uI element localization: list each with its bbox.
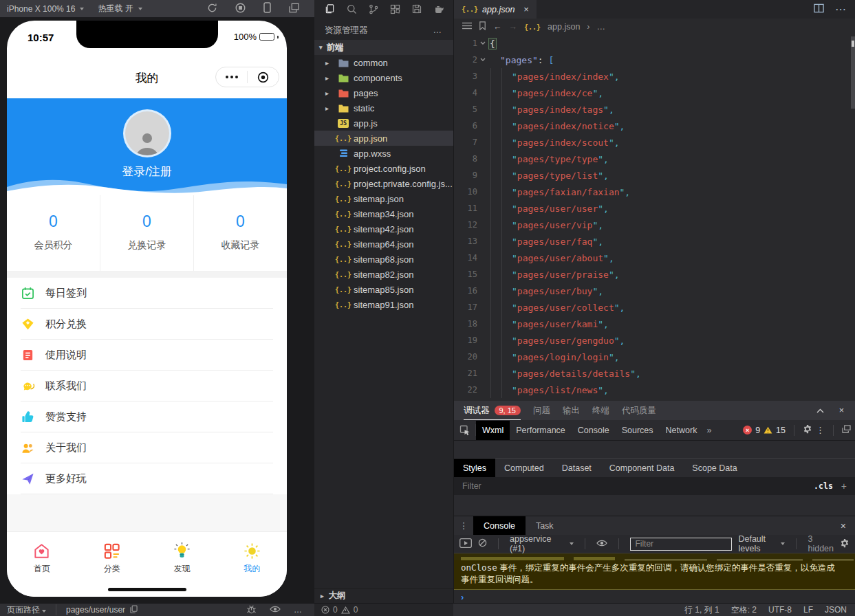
file-sitemap85.json[interactable]: {..}sitemap85.json — [314, 282, 453, 297]
tabbar-item-discover[interactable]: 发现 — [147, 532, 217, 597]
refresh-icon[interactable] — [207, 3, 217, 15]
status-more-icon[interactable]: … — [294, 605, 303, 615]
drawer-tab-task[interactable]: Task — [526, 516, 564, 536]
editor-more-icon[interactable]: ⋯ — [835, 3, 847, 16]
eager-eval-icon[interactable] — [459, 538, 472, 550]
file-static[interactable]: ▸static — [314, 100, 453, 116]
outline-section[interactable]: ▸ 大纲 — [314, 588, 453, 603]
file-sitemap91.json[interactable]: {..}sitemap91.json — [314, 297, 453, 312]
menu-item-contact[interactable]: 联系我们 — [7, 371, 287, 402]
tab-output[interactable]: 输出 — [563, 401, 580, 420]
inspector-tab-styles[interactable]: Styles — [454, 459, 495, 478]
eol-sequence[interactable]: LF — [803, 605, 813, 615]
status-bar-problems[interactable]: 0 0 — [314, 604, 453, 616]
file-sitemap82.json[interactable]: {..}sitemap82.json — [314, 267, 453, 282]
devtools-tab-network[interactable]: Network — [660, 421, 704, 440]
file-sitemap42.json[interactable]: {..}sitemap42.json — [314, 221, 453, 236]
devtools-tab-wxml[interactable]: Wxml — [476, 421, 510, 440]
tabbar-item-profile[interactable]: 我的 — [217, 532, 287, 597]
wxml-tree-area[interactable] — [454, 441, 855, 458]
code-editor[interactable]: 1{2"pages": [3"pages/index/index",4"page… — [454, 35, 855, 401]
devtools-menu-icon[interactable]: ⋮ — [816, 425, 825, 435]
debug-bug-icon[interactable] — [246, 604, 257, 616]
inspector-tab-component-data[interactable]: Component Data — [600, 459, 684, 478]
fold-chevron-icon[interactable] — [477, 58, 488, 62]
nav-back-icon[interactable]: ← — [493, 22, 502, 32]
drawer-tab-console[interactable]: Console — [473, 516, 526, 536]
page-path-selector[interactable]: 页面路径 — [7, 604, 46, 616]
drawer-menu-icon[interactable]: ⋮ — [454, 520, 473, 531]
code-line-15[interactable]: 15"pages/user/praise", — [454, 266, 855, 283]
code-line-22[interactable]: 22"pages/list/news", — [454, 382, 855, 398]
code-line-17[interactable]: 17"pages/user/collect", — [454, 299, 855, 316]
console-filter-input[interactable] — [630, 538, 732, 551]
breadcrumb-file[interactable]: app.json — [548, 22, 580, 32]
code-line-11[interactable]: 11"pages/user/user", — [454, 200, 855, 217]
record-icon[interactable] — [235, 3, 246, 15]
undock-icon[interactable] — [842, 425, 851, 435]
more-tabs-icon[interactable]: » — [703, 426, 715, 435]
inspector-tab-dataset[interactable]: Dataset — [553, 459, 600, 478]
file-pages[interactable]: ▸pages — [314, 85, 453, 100]
exit-circle-icon[interactable] — [248, 72, 279, 83]
console-prompt[interactable]: › — [454, 590, 855, 604]
code-line-4[interactable]: 4"pages/index/ce", — [454, 85, 855, 101]
tab-debugger[interactable]: 调试器 9, 15 — [464, 401, 521, 420]
code-line-14[interactable]: 14"pages/user/about", — [454, 250, 855, 266]
menu-item-about[interactable]: 关于我们 — [7, 432, 287, 463]
file-sitemap68.json[interactable]: {..}sitemap68.json — [314, 252, 453, 267]
code-line-19[interactable]: 19"pages/user/gengduo", — [454, 332, 855, 349]
clear-console-icon[interactable] — [478, 538, 487, 549]
encoding[interactable]: UTF-8 — [768, 605, 792, 615]
extensions-icon[interactable] — [390, 4, 400, 17]
code-line-6[interactable]: 6"pages/index/notice", — [454, 118, 855, 134]
file-app.wxss[interactable]: app.wxss — [314, 146, 453, 161]
live-expression-eye-icon[interactable] — [596, 539, 607, 549]
teapot-plugin-icon[interactable] — [433, 4, 444, 16]
devtools-tab-performance[interactable]: Performance — [510, 421, 572, 440]
fold-chevron-icon[interactable] — [477, 41, 488, 45]
stat-member-points[interactable]: 0 会员积分 — [7, 195, 100, 271]
files-icon[interactable] — [325, 3, 335, 17]
warning-count[interactable]: 15 — [776, 426, 786, 435]
avatar[interactable] — [125, 111, 169, 155]
split-editor-icon[interactable] — [814, 3, 824, 16]
code-line-1[interactable]: 1{ — [454, 35, 855, 52]
code-line-20[interactable]: 20"pages/login/login", — [454, 349, 855, 365]
phone-mode-icon[interactable] — [263, 2, 271, 15]
cursor-position[interactable]: 行 1, 列 1 — [684, 604, 719, 616]
file-sitemap34.json[interactable]: {..}sitemap34.json — [314, 206, 453, 221]
code-line-13[interactable]: 13"pages/user/faq", — [454, 233, 855, 250]
code-line-10[interactable]: 10"pages/faxian/faxian", — [454, 184, 855, 200]
outline-list-icon[interactable] — [462, 22, 472, 32]
stat-exchange-records[interactable]: 0 兑换记录 — [100, 195, 193, 271]
language-mode[interactable]: JSON — [825, 605, 847, 615]
stat-favorites[interactable]: 0 收藏记录 — [193, 195, 287, 271]
close-drawer-icon[interactable]: × — [841, 520, 855, 531]
devtools-settings-icon[interactable] — [803, 424, 812, 436]
code-line-7[interactable]: 7"pages/index/scout", — [454, 134, 855, 151]
tab-code-quality[interactable]: 代码质量 — [622, 401, 656, 420]
multi-window-icon[interactable] — [289, 3, 299, 15]
new-style-rule-icon[interactable]: + — [841, 481, 847, 492]
tab-problems[interactable]: 问题 — [533, 401, 550, 420]
device-selector[interactable]: iPhone X 100% 16 — [0, 0, 91, 17]
menu-item-checkin[interactable]: 每日签到 — [7, 278, 287, 309]
inspector-tab-scope-data[interactable]: Scope Data — [683, 459, 746, 478]
current-page-path[interactable]: pages/user/user — [66, 605, 125, 615]
collapse-panel-icon[interactable] — [816, 406, 824, 415]
devtools-tab-console[interactable]: Console — [572, 421, 616, 440]
file-sitemap64.json[interactable]: {..}sitemap64.json — [314, 236, 453, 252]
cls-toggle[interactable]: .cls — [814, 481, 833, 491]
explorer-more-icon[interactable]: … — [433, 25, 444, 35]
editor-scrollbar[interactable] — [851, 36, 855, 109]
error-count[interactable]: 9 — [755, 426, 760, 435]
code-line-21[interactable]: 21"pages/details/details", — [454, 365, 855, 382]
code-line-9[interactable]: 9"pages/type/list", — [454, 167, 855, 184]
file-common[interactable]: ▸common — [314, 55, 453, 70]
log-levels-select[interactable]: Default levels — [738, 534, 772, 553]
file-sitemap.json[interactable]: {..}sitemap.json — [314, 191, 453, 206]
nav-forward-icon[interactable]: → — [509, 22, 518, 32]
code-line-8[interactable]: 8"pages/type/type", — [454, 151, 855, 167]
code-line-16[interactable]: 16"pages/user/buy", — [454, 283, 855, 299]
